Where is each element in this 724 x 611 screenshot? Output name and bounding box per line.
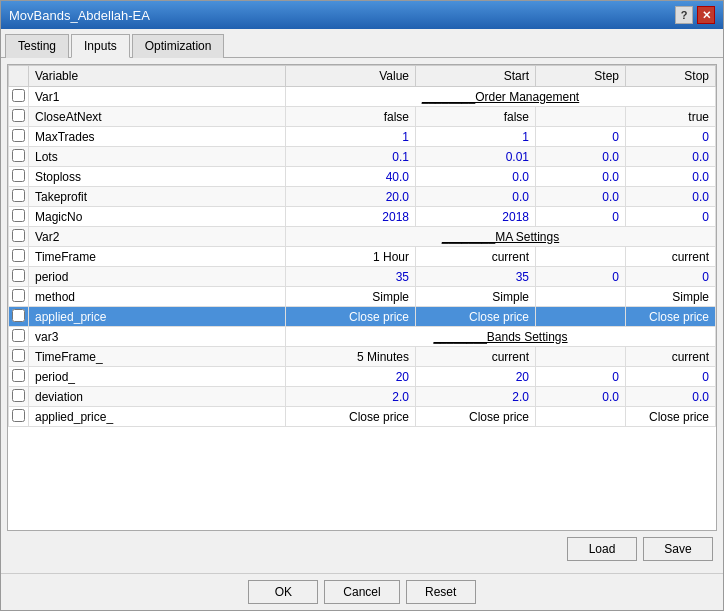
step-cell xyxy=(536,287,626,307)
table-row[interactable]: TimeFrame1 Hourcurrentcurrent xyxy=(9,247,716,267)
row-checkbox[interactable] xyxy=(12,129,25,142)
table-row[interactable]: Stoploss40.00.00.00.0 xyxy=(9,167,716,187)
stop-cell: 0.0 xyxy=(626,147,716,167)
row-checkbox[interactable] xyxy=(12,309,25,322)
var-name-cell: MaxTrades xyxy=(29,127,286,147)
var-name-cell: CloseAtNext xyxy=(29,107,286,127)
var-name-cell: Var2 xyxy=(29,227,286,247)
value-cell: 20.0 xyxy=(286,187,416,207)
tab-inputs[interactable]: Inputs xyxy=(71,34,130,58)
row-checkbox[interactable] xyxy=(12,369,25,382)
stop-cell: Close price xyxy=(626,307,716,327)
step-cell xyxy=(536,347,626,367)
row-checkbox[interactable] xyxy=(12,289,25,302)
var-name-cell: TimeFrame xyxy=(29,247,286,267)
row-checkbox[interactable] xyxy=(12,109,25,122)
table-row[interactable]: Var2________MA Settings xyxy=(9,227,716,247)
start-cell: 35 xyxy=(416,267,536,287)
row-checkbox[interactable] xyxy=(12,269,25,282)
title-bar: MovBands_Abdellah-EA ? ✕ xyxy=(1,1,723,29)
var-name-cell: deviation xyxy=(29,387,286,407)
stop-cell: 0.0 xyxy=(626,187,716,207)
tab-testing[interactable]: Testing xyxy=(5,34,69,58)
row-checkbox[interactable] xyxy=(12,329,25,342)
var-name-cell: Stoploss xyxy=(29,167,286,187)
table-row[interactable]: deviation2.02.00.00.0 xyxy=(9,387,716,407)
tab-optimization[interactable]: Optimization xyxy=(132,34,225,58)
ok-button[interactable]: OK xyxy=(248,580,318,604)
reset-button[interactable]: Reset xyxy=(406,580,476,604)
section-label-cell: ________Order Management xyxy=(286,87,716,107)
table-header-row: Variable Value Start Step Stop xyxy=(9,66,716,87)
value-cell: 2018 xyxy=(286,207,416,227)
stop-cell: 0 xyxy=(626,207,716,227)
table-row[interactable]: Lots0.10.010.00.0 xyxy=(9,147,716,167)
load-save-buttons: Load Save xyxy=(7,531,717,567)
start-cell: 2018 xyxy=(416,207,536,227)
step-cell xyxy=(536,247,626,267)
col-variable: Variable xyxy=(29,66,286,87)
parameters-table: Variable Value Start Step Stop Var1_____… xyxy=(8,65,716,427)
table-row[interactable]: period_202000 xyxy=(9,367,716,387)
var-name-cell: Takeprofit xyxy=(29,187,286,207)
section-label-cell: ________MA Settings xyxy=(286,227,716,247)
start-cell: 2.0 xyxy=(416,387,536,407)
start-cell: 0.0 xyxy=(416,187,536,207)
table-row[interactable]: Takeprofit20.00.00.00.0 xyxy=(9,187,716,207)
table-row[interactable]: methodSimpleSimpleSimple xyxy=(9,287,716,307)
value-cell: Close price xyxy=(286,307,416,327)
start-cell: Simple xyxy=(416,287,536,307)
var-name-cell: applied_price xyxy=(29,307,286,327)
stop-cell: Simple xyxy=(626,287,716,307)
row-checkbox[interactable] xyxy=(12,249,25,262)
row-checkbox[interactable] xyxy=(12,189,25,202)
var-name-cell: var3 xyxy=(29,327,286,347)
var-name-cell: applied_price_ xyxy=(29,407,286,427)
start-cell: 0.01 xyxy=(416,147,536,167)
window-title: MovBands_Abdellah-EA xyxy=(9,8,150,23)
stop-cell: 0 xyxy=(626,267,716,287)
row-checkbox[interactable] xyxy=(12,149,25,162)
start-cell: current xyxy=(416,347,536,367)
tab-bar: Testing Inputs Optimization xyxy=(1,29,723,58)
value-cell: 40.0 xyxy=(286,167,416,187)
table-row[interactable]: applied_priceClose priceClose priceClose… xyxy=(9,307,716,327)
stop-cell: 0.0 xyxy=(626,387,716,407)
var-name-cell: period_ xyxy=(29,367,286,387)
step-cell xyxy=(536,107,626,127)
row-checkbox[interactable] xyxy=(12,229,25,242)
value-cell: 20 xyxy=(286,367,416,387)
row-checkbox[interactable] xyxy=(12,409,25,422)
footer-buttons: OK Cancel Reset xyxy=(1,573,723,610)
stop-cell: current xyxy=(626,347,716,367)
table-row[interactable]: MaxTrades1100 xyxy=(9,127,716,147)
table-row[interactable]: MagicNo2018201800 xyxy=(9,207,716,227)
close-button[interactable]: ✕ xyxy=(697,6,715,24)
value-cell: false xyxy=(286,107,416,127)
cancel-button[interactable]: Cancel xyxy=(324,580,399,604)
save-button[interactable]: Save xyxy=(643,537,713,561)
var-name-cell: method xyxy=(29,287,286,307)
step-cell: 0.0 xyxy=(536,187,626,207)
help-button[interactable]: ? xyxy=(675,6,693,24)
step-cell: 0 xyxy=(536,367,626,387)
row-checkbox[interactable] xyxy=(12,209,25,222)
row-checkbox[interactable] xyxy=(12,169,25,182)
section-label-cell: ________Bands Settings xyxy=(286,327,716,347)
load-button[interactable]: Load xyxy=(567,537,637,561)
table-row[interactable]: period353500 xyxy=(9,267,716,287)
table-row[interactable]: Var1________Order Management xyxy=(9,87,716,107)
start-cell: current xyxy=(416,247,536,267)
row-checkbox[interactable] xyxy=(12,389,25,402)
row-checkbox[interactable] xyxy=(12,349,25,362)
table-row[interactable]: var3________Bands Settings xyxy=(9,327,716,347)
main-content: Variable Value Start Step Stop Var1_____… xyxy=(1,58,723,573)
table-row[interactable]: TimeFrame_5 Minutescurrentcurrent xyxy=(9,347,716,367)
col-start: Start xyxy=(416,66,536,87)
table-row[interactable]: CloseAtNextfalsefalsetrue xyxy=(9,107,716,127)
row-checkbox[interactable] xyxy=(12,89,25,102)
stop-cell: 0 xyxy=(626,127,716,147)
start-cell: 1 xyxy=(416,127,536,147)
value-cell: 2.0 xyxy=(286,387,416,407)
table-row[interactable]: applied_price_Close priceClose priceClos… xyxy=(9,407,716,427)
